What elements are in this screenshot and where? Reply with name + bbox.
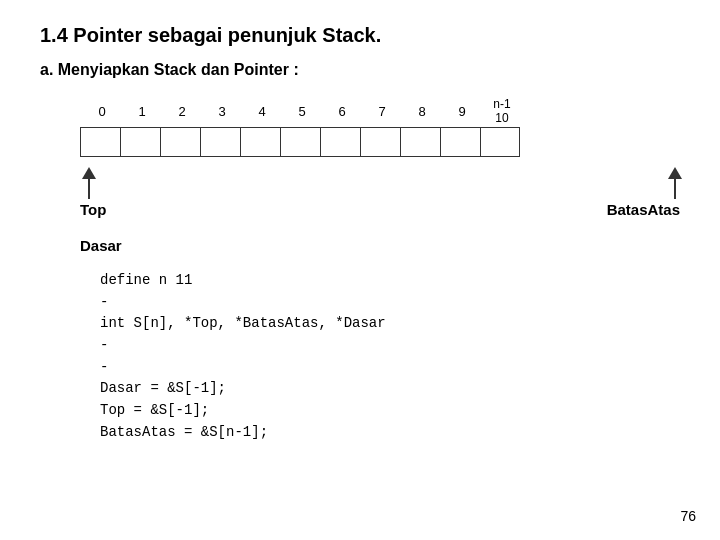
code-line-3: -	[100, 335, 680, 357]
array-cell-7	[360, 127, 400, 157]
array-cell-2	[160, 127, 200, 157]
top-arrow-line	[88, 179, 90, 199]
array-cells-row	[80, 127, 680, 157]
batas-arrow-up	[668, 167, 682, 179]
array-cell-8	[400, 127, 440, 157]
code-section: define n 11-int S[n], *Top, *BatasAtas, …	[100, 270, 680, 444]
array-cell-4	[240, 127, 280, 157]
array-cell-9	[440, 127, 480, 157]
array-cell-10	[480, 127, 520, 157]
array-cell-1	[120, 127, 160, 157]
array-index-7: 7	[362, 104, 402, 119]
batas-arrow-group	[668, 167, 682, 199]
code-line-6: Top = &S[-1];	[100, 400, 680, 422]
array-cell-5	[280, 127, 320, 157]
code-line-0: define n 11	[100, 270, 680, 292]
array-index-2: 2	[162, 104, 202, 119]
array-index-6: 6	[322, 104, 362, 119]
batas-atas-label: BatasAtas	[607, 201, 680, 218]
code-line-4: -	[100, 357, 680, 379]
array-index-labels: 0123456789n-110	[82, 97, 680, 125]
array-index-9: 9	[442, 104, 482, 119]
top-arrow-group	[82, 167, 96, 199]
code-line-7: BatasAtas = &S[n-1];	[100, 422, 680, 444]
array-index-4: 4	[242, 104, 282, 119]
section-subtitle: a. Menyiapkan Stack dan Pointer :	[40, 61, 680, 79]
array-index-8: 8	[402, 104, 442, 119]
batas-arrow-line	[674, 179, 676, 199]
array-cell-3	[200, 127, 240, 157]
code-line-5: Dasar = &S[-1];	[100, 378, 680, 400]
array-index-n1: n-110	[482, 97, 522, 125]
array-cell-0	[80, 127, 120, 157]
page: 1.4 Pointer sebagai penunjuk Stack. a. M…	[0, 0, 720, 540]
array-diagram: 0123456789n-110	[80, 97, 680, 157]
code-line-2: int S[n], *Top, *BatasAtas, *Dasar	[100, 313, 680, 335]
code-line-1: -	[100, 292, 680, 314]
array-index-0: 0	[82, 104, 122, 119]
top-label: Top	[80, 201, 106, 218]
array-index-5: 5	[282, 104, 322, 119]
top-arrow-up	[82, 167, 96, 179]
arrow-labels-row: Top BatasAtas	[80, 201, 680, 218]
page-title: 1.4 Pointer sebagai penunjuk Stack.	[40, 24, 680, 47]
arrows-section: Top BatasAtas	[80, 167, 680, 247]
array-index-3: 3	[202, 104, 242, 119]
array-index-1: 1	[122, 104, 162, 119]
array-cell-6	[320, 127, 360, 157]
page-number: 76	[680, 508, 696, 524]
